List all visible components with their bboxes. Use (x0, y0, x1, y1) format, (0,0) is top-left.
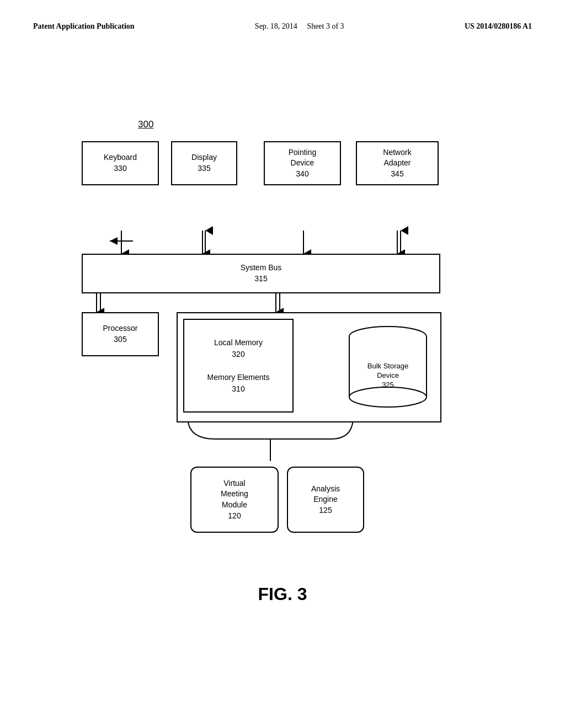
display-box: Display 335 (171, 141, 237, 185)
pointing-device-label: PointingDevice (289, 147, 317, 169)
virtual-meeting-number: 120 (228, 511, 241, 522)
processor-box: Processor 305 (82, 312, 159, 356)
virtual-meeting-label: VirtualMeetingModule (221, 478, 248, 511)
page-header: Patent Application Publication Sep. 18, … (0, 0, 565, 31)
memory-elements-number: 310 (232, 383, 244, 395)
system-bus-number: 315 (254, 274, 267, 285)
processor-label: Processor (103, 323, 137, 334)
header-sheet: Sheet 3 of 3 (307, 22, 344, 30)
keyboard-label: Keyboard (104, 152, 137, 163)
system-bus-label: System Bus (241, 263, 282, 274)
pointing-device-number: 340 (296, 169, 308, 180)
fig-label: FIG. 3 (0, 584, 565, 604)
virtual-meeting-box: VirtualMeetingModule 120 (190, 467, 279, 533)
diagram-area: 300 (0, 42, 565, 649)
memory-area-box: Local Memory 320 Memory Elements 310 Bul… (177, 312, 441, 422)
processor-number: 305 (114, 334, 126, 345)
analysis-engine-number: 125 (319, 505, 332, 516)
network-adapter-box: NetworkAdapter 345 (356, 141, 439, 185)
pointing-device-box: PointingDevice 340 (264, 141, 341, 185)
local-memory-label: Local Memory (214, 337, 263, 349)
analysis-engine-label: AnalysisEngine (311, 484, 340, 505)
keyboard-number: 330 (114, 163, 126, 174)
svg-text:Bulk Storage: Bulk Storage (367, 362, 408, 370)
header-center: Sep. 18, 2014 Sheet 3 of 3 (255, 22, 344, 31)
analysis-engine-box: AnalysisEngine 125 (287, 467, 364, 533)
svg-point-22 (349, 387, 427, 407)
svg-text:325: 325 (382, 381, 394, 389)
keyboard-box: Keyboard 330 (82, 141, 159, 185)
svg-text:Device: Device (377, 371, 399, 379)
diagram-label-300: 300 (138, 119, 153, 130)
network-adapter-number: 345 (391, 169, 403, 180)
header-left: Patent Application Publication (33, 22, 135, 31)
header-right: US 2014/0280186 A1 (465, 22, 532, 31)
header-date: Sep. 18, 2014 (255, 22, 297, 30)
local-memory-number: 320 (232, 349, 244, 360)
memory-elements-label: Memory Elements (207, 372, 270, 383)
network-adapter-label: NetworkAdapter (383, 147, 411, 169)
display-label: Display (191, 152, 217, 163)
system-bus-box: System Bus 315 (82, 254, 440, 293)
display-number: 335 (198, 163, 210, 174)
